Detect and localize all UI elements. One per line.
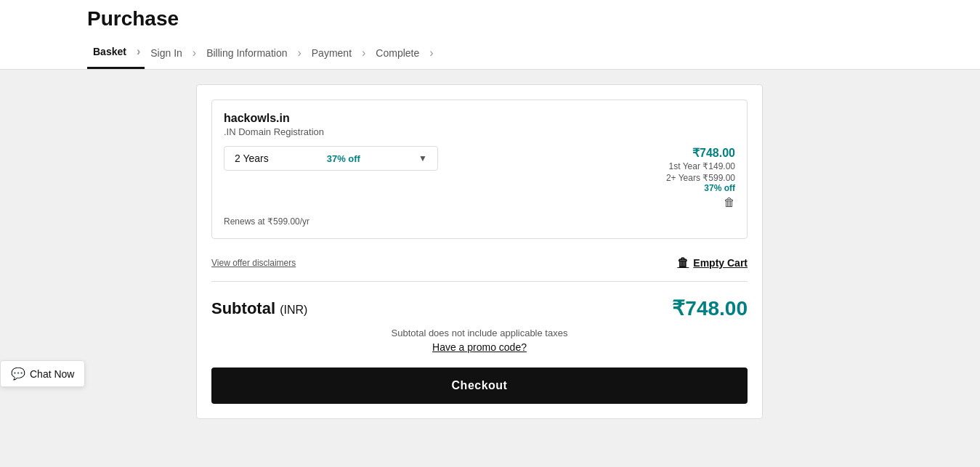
breadcrumb-basket[interactable]: Basket › [87, 45, 145, 69]
cart-footer: View offer disclaimers 🗑 Empty Cart [211, 251, 748, 269]
price-2plus-years: 2+ Years ₹599.00 [666, 173, 735, 183]
checkout-button[interactable]: Checkout [211, 367, 748, 404]
subtotal-note: Subtotal does not include applicable tax… [211, 328, 748, 338]
subtotal-label: Subtotal (INR) [211, 299, 307, 318]
cart-container: hackowls.in .IN Domain Registration 2 Ye… [196, 84, 763, 419]
breadcrumb-basket-label: Basket [87, 46, 132, 57]
view-disclaimers-link[interactable]: View offer disclaimers [211, 258, 296, 268]
chat-widget[interactable]: 💬 Chat Now [0, 360, 85, 387]
breadcrumb-payment-label: Payment [306, 47, 357, 59]
off-badge: 37% off [666, 183, 735, 193]
breadcrumb-sign-in[interactable]: Sign In › [145, 46, 201, 68]
domain-type: .IN Domain Registration [224, 126, 735, 137]
cart-item: hackowls.in .IN Domain Registration 2 Ye… [211, 100, 748, 239]
total-price: ₹748.00 [666, 146, 735, 160]
years-label: 2 Years [235, 153, 269, 164]
trash-icon: 🗑 [677, 256, 689, 269]
chat-label: Chat Now [30, 368, 74, 380]
chat-icon: 💬 [11, 367, 25, 381]
chevron-right-icon: › [137, 45, 140, 58]
item-row: 2 Years 37% off ▼ ₹748.00 1st Year ₹149.… [224, 146, 735, 209]
breadcrumb-complete-label: Complete [370, 47, 425, 59]
chevron-right-icon: › [297, 46, 301, 60]
breadcrumb-billing-label: Billing Information [201, 47, 293, 59]
chevron-right-icon: › [429, 46, 433, 60]
header: Purchase Basket › Sign In › Billing Info… [0, 0, 980, 70]
main-content: hackowls.in .IN Domain Registration 2 Ye… [0, 70, 980, 434]
page-title: Purchase [87, 7, 958, 36]
breadcrumb-payment[interactable]: Payment › [306, 46, 370, 68]
years-selector[interactable]: 2 Years 37% off ▼ [224, 146, 438, 171]
promo-code-link[interactable]: Have a promo code? [211, 341, 748, 353]
empty-cart-label: Empty Cart [693, 257, 748, 269]
price-1st-year: 1st Year ₹149.00 [666, 161, 735, 171]
domain-name: hackowls.in [224, 112, 735, 125]
divider [211, 281, 748, 282]
delete-item-icon[interactable]: 🗑 [666, 196, 735, 209]
renews-text: Renews at ₹599.00/yr [224, 216, 735, 227]
empty-cart-button[interactable]: 🗑 Empty Cart [677, 256, 748, 269]
chevron-right-icon: › [362, 46, 365, 60]
breadcrumb-sign-in-label: Sign In [145, 47, 188, 59]
subtotal-currency: (INR) [280, 304, 307, 316]
chevron-down-icon: ▼ [418, 153, 427, 163]
price-section: ₹748.00 1st Year ₹149.00 2+ Years ₹599.0… [666, 146, 735, 209]
subtotal-text: Subtotal [211, 299, 275, 317]
breadcrumb-billing[interactable]: Billing Information › [201, 46, 306, 68]
subtotal-amount: ₹748.00 [672, 296, 748, 320]
discount-badge: 37% off [327, 153, 360, 164]
breadcrumb: Basket › Sign In › Billing Information ›… [87, 36, 958, 69]
chevron-right-icon: › [193, 46, 196, 60]
breadcrumb-complete[interactable]: Complete › [370, 46, 437, 68]
subtotal-section: Subtotal (INR) ₹748.00 [211, 296, 748, 320]
